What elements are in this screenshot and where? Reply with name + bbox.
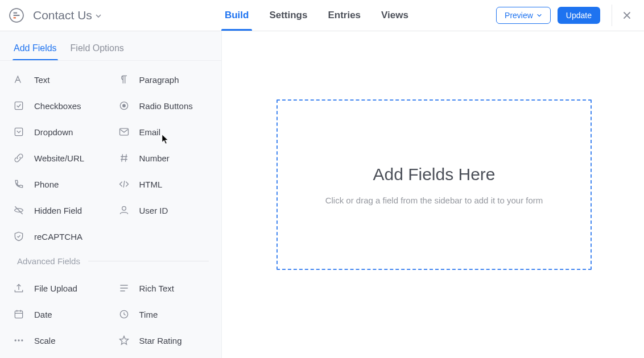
upload-icon [13, 282, 25, 294]
dropzone-hint: Click or drag a field from the sidebar t… [325, 195, 543, 205]
field-label: Star Rating [139, 336, 182, 345]
field-label: Time [139, 310, 158, 319]
number-icon [118, 152, 130, 164]
advanced-fields-label-text: Advanced Fields [17, 256, 80, 266]
phone-icon [13, 178, 25, 190]
field-website-url[interactable]: Website/URL [6, 145, 111, 171]
field-label: Scale [34, 336, 56, 345]
field-star-rating[interactable]: Star Rating [111, 327, 216, 353]
tab-settings-label: Settings [269, 10, 307, 21]
sidebar-tab-add-fields[interactable]: Add Fields [13, 36, 58, 60]
url-icon [13, 152, 25, 164]
field-number[interactable]: Number [111, 145, 216, 171]
basic-fields-grid: Text Paragraph Checkboxes Radio Buttons [0, 61, 221, 253]
svg-rect-4 [15, 102, 22, 109]
tab-build[interactable]: Build [214, 0, 259, 31]
caret-down-icon [536, 11, 542, 20]
field-label: Text [34, 75, 50, 85]
email-icon [118, 126, 130, 138]
field-email[interactable]: Email [111, 119, 216, 145]
tab-build-label: Build [225, 10, 249, 21]
field-date[interactable]: Date [6, 301, 111, 327]
sidebar-tab-add-fields-label: Add Fields [14, 43, 57, 53]
app-logo-icon [9, 8, 24, 23]
field-label: File Upload [34, 284, 77, 293]
tab-views[interactable]: Views [371, 0, 419, 31]
top-actions: Preview Update [496, 5, 633, 26]
dropdown-icon [13, 126, 25, 138]
close-button[interactable] [621, 10, 633, 21]
svg-point-13 [18, 339, 19, 341]
field-scale[interactable]: Scale [6, 327, 111, 353]
svg-point-12 [15, 339, 16, 341]
field-label: reCAPTCHA [34, 232, 82, 242]
tab-entries[interactable]: Entries [317, 0, 371, 31]
caret-down-icon [95, 9, 102, 22]
svg-rect-2 [14, 15, 20, 16]
form-title-text: Contact Us [33, 9, 92, 22]
field-label: Radio Buttons [139, 101, 193, 111]
tab-views-label: Views [381, 10, 408, 21]
checkbox-icon [13, 99, 25, 112]
field-label: Rich Text [139, 284, 174, 293]
tab-settings[interactable]: Settings [259, 0, 317, 31]
field-label: Phone [34, 180, 59, 189]
sidebar-tab-field-options[interactable]: Field Options [69, 36, 125, 60]
field-label: HTML [139, 180, 163, 189]
sidebar-tab-field-options-label: Field Options [71, 43, 124, 53]
hidden-icon [13, 204, 25, 217]
svg-point-6 [122, 104, 126, 107]
svg-point-14 [21, 339, 23, 341]
sidebar: Add Fields Field Options Text Paragraph [0, 31, 222, 358]
fields-scroll[interactable]: Text Paragraph Checkboxes Radio Buttons [0, 61, 221, 358]
field-recaptcha[interactable]: reCAPTCHA [6, 223, 111, 249]
time-icon [118, 308, 130, 320]
advanced-fields-label: Advanced Fields [0, 253, 221, 269]
dropzone-title: Add Fields Here [373, 165, 495, 184]
text-icon [13, 73, 25, 86]
field-html[interactable]: HTML [111, 171, 216, 197]
form-title-dropdown[interactable]: Contact Us [33, 9, 102, 22]
update-button-label: Update [566, 11, 592, 20]
svg-rect-7 [15, 128, 22, 135]
user-icon [118, 204, 130, 217]
field-label: User ID [139, 206, 168, 215]
field-file-upload[interactable]: File Upload [6, 275, 111, 301]
field-paragraph[interactable]: Paragraph [111, 66, 216, 93]
field-label: Email [139, 127, 161, 137]
field-label: Hidden Field [34, 206, 82, 215]
field-label: Checkboxes [34, 101, 81, 111]
update-button[interactable]: Update [558, 7, 600, 24]
tab-entries-label: Entries [328, 10, 361, 21]
field-rich-text[interactable]: Rich Text [111, 275, 216, 301]
svg-rect-10 [15, 311, 22, 318]
divider-line [88, 261, 209, 261]
scale-icon [13, 334, 25, 347]
field-label: Website/URL [34, 153, 84, 163]
svg-rect-3 [14, 17, 16, 18]
svg-point-9 [122, 206, 126, 210]
richtext-icon [118, 282, 130, 294]
field-label: Number [139, 153, 170, 163]
topbar: Contact Us Build Settings Entries Views … [0, 0, 644, 31]
preview-button-label: Preview [505, 11, 533, 20]
field-phone[interactable]: Phone [6, 171, 111, 197]
field-text[interactable]: Text [6, 66, 111, 93]
advanced-fields-grid: File Upload Rich Text Date Time [0, 269, 221, 357]
field-hidden[interactable]: Hidden Field [6, 197, 111, 223]
radio-icon [118, 99, 130, 112]
field-user-id[interactable]: User ID [111, 197, 216, 223]
field-label: Paragraph [139, 75, 179, 85]
field-dropdown[interactable]: Dropdown [6, 119, 111, 145]
field-radio-buttons[interactable]: Radio Buttons [111, 93, 216, 119]
field-label: Date [34, 310, 52, 319]
main-tabs: Build Settings Entries Views [214, 0, 419, 31]
field-time[interactable]: Time [111, 301, 216, 327]
sidebar-tabs: Add Fields Field Options [0, 31, 221, 61]
builder-canvas[interactable]: Add Fields Here Click or drag a field fr… [222, 31, 644, 358]
preview-button[interactable]: Preview [496, 7, 551, 24]
vertical-divider [612, 5, 612, 26]
field-checkboxes[interactable]: Checkboxes [6, 93, 111, 119]
svg-rect-1 [14, 13, 17, 14]
dropzone[interactable]: Add Fields Here Click or drag a field fr… [276, 99, 592, 270]
